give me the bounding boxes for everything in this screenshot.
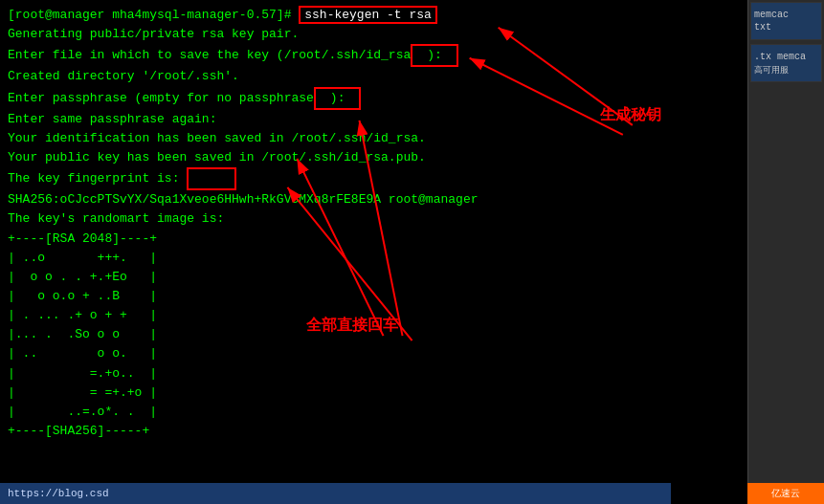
file-input-box: ):	[411, 44, 458, 67]
ssh-keygen-command: ssh-keygen -t rsa	[299, 6, 437, 24]
line-19: | =.+o.. |	[8, 364, 740, 383]
brand-label: 亿速云	[771, 487, 800, 500]
terminal-output: [root@manager mha4mysql-manager-0.57]# s…	[8, 6, 740, 441]
line-1: [root@manager mha4mysql-manager-0.57]# s…	[8, 6, 740, 25]
sidebar-item-2-label: .tx memca	[754, 51, 818, 63]
line-20: | = =+.+o |	[8, 383, 740, 403]
line-13: | ..o +++. |	[8, 249, 740, 268]
passphrase-input-box: ):	[314, 87, 362, 110]
sidebar-item-2[interactable]: .tx memca 高可用服	[750, 44, 822, 82]
bottom-status-bar: https://blog.csd	[0, 483, 671, 504]
sidebar: memcactxt .tx memca 高可用服 亿速云	[747, 0, 824, 504]
line-7: Your identification has been saved in /r…	[8, 129, 740, 148]
terminal-area: [root@manager mha4mysql-manager-0.57]# s…	[0, 0, 747, 504]
line-4: Created directory '/root/.ssh'.	[8, 67, 740, 86]
line-18: | .. o o. |	[8, 344, 740, 363]
line-10: SHA256:oCJccPTSvYX/Sqa1Xveoe6HHwh+RkGV5M…	[8, 190, 740, 209]
fingerprint-box	[187, 167, 236, 190]
prompt: [root@manager mha4mysql-manager-0.57]#	[8, 8, 299, 22]
line-14: | o o . . +.+Eo |	[8, 268, 740, 287]
line-12: +----[RSA 2048]----+	[8, 230, 740, 249]
line-21: | ..=.o*. . |	[8, 403, 740, 422]
sidebar-item-1-label: memcactxt	[754, 9, 818, 33]
url-text: https://blog.csd	[8, 488, 109, 499]
brand-bar: 亿速云	[747, 483, 824, 504]
line-15: | o o.o + ..B |	[8, 287, 740, 306]
line-3: Enter file in which to save the key (/ro…	[8, 44, 740, 67]
sidebar-item-2-sublabel: 高可用服	[754, 65, 818, 77]
sidebar-item-1[interactable]: memcactxt	[750, 2, 822, 40]
annotation-generate-key: 生成秘钥	[600, 105, 661, 125]
line-11: The key's randomart image is:	[8, 209, 740, 229]
line-9: The key fingerprint is:	[8, 167, 740, 190]
line-22: +----[SHA256]-----+	[8, 422, 740, 441]
line-8: Your public key has been saved in /root/…	[8, 148, 740, 167]
line-2: Generating public/private rsa key pair.	[8, 25, 740, 44]
annotation-press-enter: 全部直接回车	[306, 316, 398, 336]
